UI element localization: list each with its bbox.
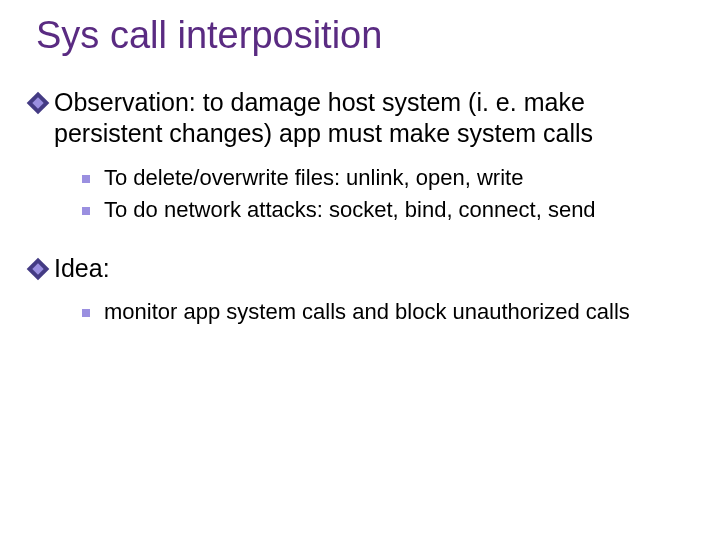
slide-title: Sys call interposition [36, 14, 700, 57]
diamond-icon [30, 95, 46, 111]
bullet-text: Observation: to damage host system (i. e… [54, 87, 700, 150]
bullet-text: Idea: [54, 253, 700, 284]
square-icon [82, 207, 90, 215]
square-icon [82, 309, 90, 317]
diamond-icon [30, 261, 46, 277]
sub-bullet-text: monitor app system calls and block unaut… [104, 298, 700, 327]
bullet-level1: Observation: to damage host system (i. e… [30, 87, 700, 150]
sub-bullet-text: To do network attacks: socket, bind, con… [104, 196, 700, 225]
bullet-level2: monitor app system calls and block unaut… [82, 298, 700, 327]
sub-bullet-group: monitor app system calls and block unaut… [82, 298, 700, 327]
sub-bullet-group: To delete/overwrite files: unlink, open,… [82, 164, 700, 225]
sub-bullet-text: To delete/overwrite files: unlink, open,… [104, 164, 700, 193]
bullet-level2: To do network attacks: socket, bind, con… [82, 196, 700, 225]
slide: Sys call interposition Observation: to d… [0, 0, 720, 375]
bullet-level2: To delete/overwrite files: unlink, open,… [82, 164, 700, 193]
square-icon [82, 175, 90, 183]
bullet-level1: Idea: [30, 253, 700, 284]
